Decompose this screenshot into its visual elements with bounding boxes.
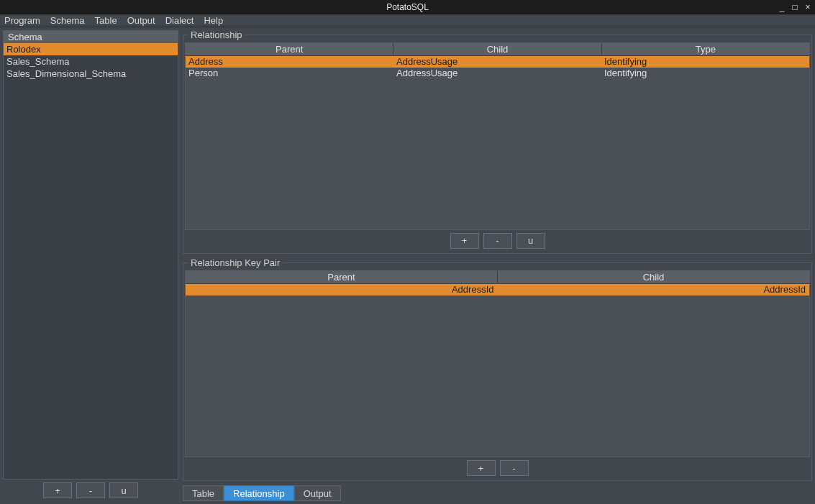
rel-col-child[interactable]: Child xyxy=(393,43,601,55)
relationship-remove-button[interactable]: - xyxy=(483,233,512,249)
keypair-button-row: + - xyxy=(185,457,810,479)
window-title: PotatoSQL xyxy=(386,2,429,12)
tab-relationship[interactable]: Relationship xyxy=(224,485,294,501)
schema-list[interactable]: RolodexSales_SchemaSales_Dimensional_Sch… xyxy=(4,43,178,479)
keypair-table-header: Parent Child xyxy=(186,271,809,284)
table-cell: AddressUsage xyxy=(393,56,601,68)
menu-table[interactable]: Table xyxy=(95,15,117,26)
table-cell: AddressId xyxy=(498,284,810,295)
tab-table[interactable]: Table xyxy=(183,485,224,501)
relationship-add-button[interactable]: + xyxy=(450,233,479,249)
minimize-icon[interactable]: _ xyxy=(778,2,786,12)
table-cell: Identifying xyxy=(601,68,809,79)
keypair-col-parent[interactable]: Parent xyxy=(186,271,498,283)
schema-remove-button[interactable]: - xyxy=(76,482,105,498)
table-row[interactable]: AddressIdAddressId xyxy=(186,284,809,295)
bottom-tabbar: TableRelationshipOutput xyxy=(183,485,812,501)
table-cell: AddressUsage xyxy=(393,68,601,79)
schema-panel-title: Schema xyxy=(4,31,178,43)
main-panel: Relationship Parent Child Type AddressAd… xyxy=(183,30,812,501)
schema-add-button[interactable]: + xyxy=(43,482,72,498)
schema-update-button[interactable]: u xyxy=(109,482,138,498)
schema-button-row: + - u xyxy=(3,480,178,501)
schema-list-item[interactable]: Sales_Dimensional_Schema xyxy=(4,68,178,80)
menu-dialect[interactable]: Dialect xyxy=(165,15,194,26)
table-row[interactable]: PersonAddressUsageIdentifying xyxy=(186,68,809,79)
keypair-group: Relationship Key Pair Parent Child Addre… xyxy=(183,262,812,482)
table-cell: Identifying xyxy=(601,56,809,68)
table-cell: Address xyxy=(186,56,393,68)
relationship-table-header: Parent Child Type xyxy=(186,43,809,56)
schema-list-item[interactable]: Sales_Schema xyxy=(4,55,178,68)
relationship-button-row: + - u xyxy=(185,230,810,252)
content-area: Schema RolodexSales_SchemaSales_Dimensio… xyxy=(0,27,815,504)
keypair-table[interactable]: Parent Child AddressIdAddressId xyxy=(185,270,810,458)
schema-sidebar: Schema RolodexSales_SchemaSales_Dimensio… xyxy=(3,30,178,480)
relationship-table-body: AddressAddressUsageIdentifyingPersonAddr… xyxy=(186,56,809,229)
keypair-add-button[interactable]: + xyxy=(467,460,496,476)
menubar: Program Schema Table Output Dialect Help xyxy=(0,14,815,27)
tab-output[interactable]: Output xyxy=(294,485,341,501)
keypair-table-body: AddressIdAddressId xyxy=(186,284,809,457)
maximize-icon[interactable]: □ xyxy=(791,2,799,12)
table-cell: AddressId xyxy=(186,284,498,295)
relationship-group: Relationship Parent Child Type AddressAd… xyxy=(183,35,812,254)
rel-col-type[interactable]: Type xyxy=(602,43,809,55)
relationship-update-button[interactable]: u xyxy=(516,233,545,249)
menu-output[interactable]: Output xyxy=(127,15,155,26)
relationship-table[interactable]: Parent Child Type AddressAddressUsageIde… xyxy=(185,42,810,230)
table-cell: Person xyxy=(186,68,393,79)
window-controls: _ □ × xyxy=(778,0,812,14)
schema-list-item[interactable]: Rolodex xyxy=(4,43,178,55)
keypair-col-child[interactable]: Child xyxy=(498,271,809,283)
keypair-group-label: Relationship Key Pair xyxy=(188,257,283,268)
table-row[interactable]: AddressAddressUsageIdentifying xyxy=(186,56,809,68)
relationship-group-label: Relationship xyxy=(188,29,245,40)
menu-program[interactable]: Program xyxy=(4,15,40,26)
keypair-remove-button[interactable]: - xyxy=(500,460,529,476)
window-titlebar: PotatoSQL _ □ × xyxy=(0,0,815,14)
menu-schema[interactable]: Schema xyxy=(50,15,85,26)
rel-col-parent[interactable]: Parent xyxy=(186,43,393,55)
close-icon[interactable]: × xyxy=(803,2,812,12)
menu-help[interactable]: Help xyxy=(204,15,223,26)
